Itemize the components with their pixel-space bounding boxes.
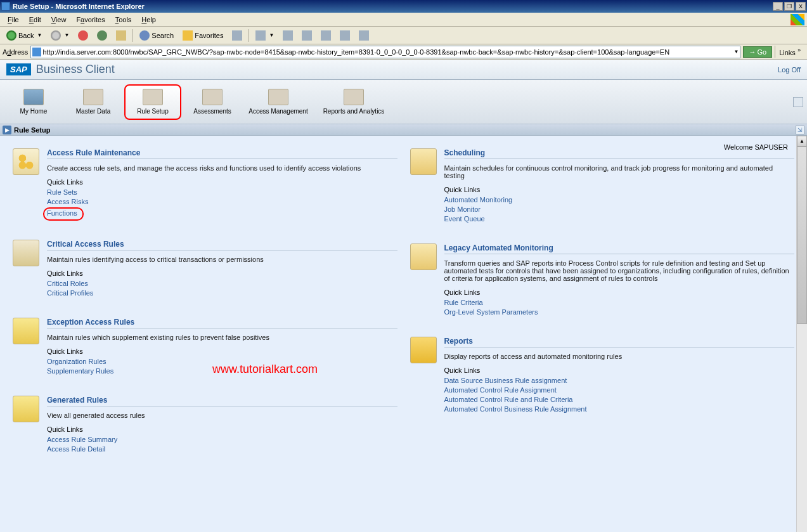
quick-links-label: Quick Links <box>444 289 795 296</box>
welcome-text: Welcome SAPUSER <box>724 143 788 151</box>
research-button[interactable] <box>355 29 373 42</box>
quick-link[interactable]: Functions <box>47 209 77 217</box>
section: Exception Access RulesMaintain rules whi… <box>13 318 397 377</box>
window-buttons: _ ❐ X <box>773 2 806 11</box>
section-description: View all generated access rules <box>47 412 397 419</box>
chevron-down-icon: ▼ <box>269 32 274 38</box>
url-input[interactable] <box>42 48 732 56</box>
quick-link[interactable]: Access Risks <box>47 198 397 205</box>
messenger-button[interactable] <box>336 29 354 42</box>
quick-link[interactable]: Data Source Business Rule assignment <box>444 377 795 384</box>
forward-icon <box>51 30 61 41</box>
section: Legacy Automated MonitoringTransform que… <box>410 243 795 318</box>
messenger-icon <box>340 30 350 41</box>
quick-links-label: Quick Links <box>444 367 795 374</box>
quick-link[interactable]: Org-Level System Parameters <box>444 308 795 316</box>
stop-button[interactable] <box>74 29 92 42</box>
logoff-link[interactable]: Log Off <box>778 66 801 74</box>
folder-icon <box>344 89 364 105</box>
home-button[interactable] <box>112 29 130 42</box>
folder-icon <box>268 89 288 105</box>
section-icon <box>13 148 39 175</box>
forward-button[interactable]: ▼ <box>47 29 73 42</box>
address-label: Address <box>3 48 28 56</box>
left-column: Access Rule MaintenanceCreate access rul… <box>13 148 397 474</box>
print-button[interactable] <box>279 29 297 42</box>
quick-link[interactable]: Critical Roles <box>47 280 397 287</box>
quick-link[interactable]: Rule Sets <box>47 188 397 196</box>
scroll-up-button[interactable]: ▲ <box>797 136 807 146</box>
quick-link[interactable]: Job Monitor <box>444 205 795 213</box>
breadcrumb-arrow-icon[interactable]: ▶ <box>3 126 11 134</box>
navtab-access-management[interactable]: Access Management <box>243 84 313 120</box>
breadcrumb-expand-button[interactable]: ⇲ <box>796 126 804 134</box>
quick-links: Data Source Business Rule assignmentAuto… <box>444 377 795 413</box>
section-description: Display reports of access and automated … <box>444 353 795 360</box>
mail-icon <box>255 30 266 41</box>
minimize-button[interactable]: _ <box>773 2 783 11</box>
mail-button[interactable]: ▼ <box>252 29 278 42</box>
sap-logo: SAP <box>6 63 31 75</box>
quick-link[interactable]: Automated Control Rule and Rule Criteria <box>444 396 795 403</box>
go-button[interactable]: Go <box>743 46 772 58</box>
quick-link[interactable]: Automated Control Rule Assignment <box>444 386 795 394</box>
refresh-button[interactable] <box>93 29 111 42</box>
navtab-assessments[interactable]: Assessments <box>184 84 241 120</box>
ie-icon <box>1 2 10 11</box>
content-area: Welcome SAPUSER www.tutorialkart.com Acc… <box>0 136 807 532</box>
navtab-my-home[interactable]: My Home <box>5 84 62 120</box>
quick-links: Automated MonitoringJob MonitorEvent Que… <box>444 196 795 223</box>
menu-favorites[interactable]: Favorites <box>71 15 110 25</box>
separator <box>132 29 133 42</box>
section: ReportsDisplay reports of access and aut… <box>410 337 795 415</box>
section-title: Generated Rules <box>47 396 397 406</box>
quick-link[interactable]: Automated Control Business Rule Assignme… <box>444 405 795 413</box>
menu-tools[interactable]: Tools <box>110 15 137 25</box>
chevron-down-icon[interactable]: ▼ <box>734 49 739 55</box>
back-button[interactable]: Back▼ <box>3 29 46 42</box>
section-title: Reports <box>444 337 795 347</box>
menu-view[interactable]: View <box>46 15 72 25</box>
close-button[interactable]: X <box>796 2 806 11</box>
quick-links-label: Quick Links <box>47 425 397 433</box>
navtab-master-data[interactable]: Master Data <box>65 84 122 120</box>
restore-button[interactable]: ❐ <box>784 2 794 11</box>
quick-link[interactable]: Event Queue <box>444 215 795 223</box>
stop-icon <box>78 30 88 41</box>
section-icon <box>410 148 437 175</box>
chevron-down-icon: ▼ <box>64 32 69 38</box>
menu-file[interactable]: File <box>3 15 24 25</box>
history-button[interactable] <box>228 29 246 42</box>
url-box[interactable]: ▼ <box>30 46 740 58</box>
links-button[interactable]: Links » <box>775 46 804 58</box>
search-button[interactable]: Search <box>136 29 178 42</box>
quick-link[interactable]: Access Rule Summary <box>47 436 397 443</box>
quick-link[interactable]: Critical Profiles <box>47 289 397 297</box>
quick-links: Rule SetsAccess RisksFunctions <box>47 188 397 221</box>
nav-right-button[interactable] <box>793 97 803 107</box>
section-description: Create access rule sets, and manage the … <box>47 164 397 172</box>
window-titlebar: Rule Setup - Microsoft Internet Explorer… <box>0 0 807 13</box>
scrollbar[interactable]: ▲ <box>796 136 807 532</box>
section-icon <box>13 396 39 422</box>
folder-icon <box>143 89 163 105</box>
section: Generated RulesView all generated access… <box>13 396 397 455</box>
menu-edit[interactable]: Edit <box>24 15 46 25</box>
section-icon <box>410 243 437 270</box>
menu-help[interactable]: Help <box>136 15 161 25</box>
edit-button[interactable] <box>298 29 316 42</box>
quick-link[interactable]: Automated Monitoring <box>444 196 795 204</box>
favorites-button[interactable]: Favorites <box>179 29 227 42</box>
quick-link[interactable]: Rule Criteria <box>444 299 795 306</box>
section-description: Maintain rules which supplement existing… <box>47 334 397 341</box>
ms-flag-icon <box>791 14 804 25</box>
scroll-thumb[interactable] <box>797 146 807 324</box>
quick-links: Access Rule SummaryAccess Rule Detail <box>47 436 397 453</box>
navtab-rule-setup[interactable]: Rule Setup <box>124 84 181 120</box>
navtab-reports-analytics[interactable]: Reports and Analytics <box>316 84 392 120</box>
print-icon <box>283 30 293 41</box>
breadcrumb-label: Rule Setup <box>14 126 50 134</box>
quick-link[interactable]: Access Rule Detail <box>47 445 397 453</box>
home-icon <box>23 89 44 105</box>
discuss-button[interactable] <box>317 29 335 42</box>
